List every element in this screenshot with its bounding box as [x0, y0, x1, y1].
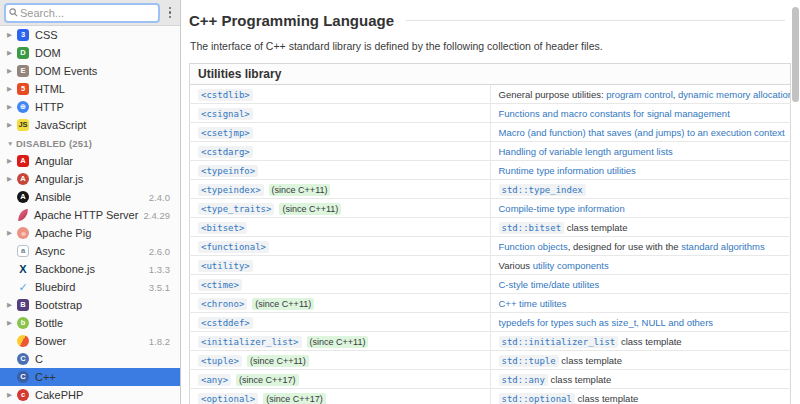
- sidebar-item-label: Backbone.js: [35, 263, 95, 275]
- description-link[interactable]: Compile-time type information: [499, 203, 625, 214]
- sidebar-item-backbone-js[interactable]: XBackbone.js1.3.3: [0, 260, 180, 278]
- expand-arrow-icon[interactable]: ▶: [5, 49, 16, 57]
- sidebar-item-angular-js[interactable]: ▶AAngular.js: [0, 170, 180, 188]
- header-file-cell: <ctime>: [190, 275, 491, 294]
- header-file-cell: <type_traits>(since C++11): [190, 199, 491, 218]
- bottle-icon: b: [17, 317, 29, 329]
- expand-arrow-icon[interactable]: ▶: [5, 391, 16, 399]
- sidebar-item-bootstrap[interactable]: ▶BBootstrap: [0, 296, 180, 314]
- expand-arrow-icon[interactable]: ▶: [5, 103, 16, 111]
- code-link[interactable]: <chrono>: [198, 298, 247, 310]
- sidebar-item-dom-events[interactable]: ▶EDOM Events: [0, 62, 180, 80]
- sidebar-item-label: C: [35, 353, 43, 365]
- sidebar-item-bottle[interactable]: ▶bBottle: [0, 314, 180, 332]
- expand-arrow-icon[interactable]: ▶: [5, 85, 16, 93]
- expand-arrow-icon[interactable]: ▶: [5, 67, 16, 75]
- description-link[interactable]: Runtime type information utilities: [499, 165, 636, 176]
- description-link[interactable]: dynamic memory allocation: [678, 89, 790, 100]
- header-file-cell: <cstddef>: [190, 313, 491, 332]
- description-cell: General purpose utilities: program contr…: [490, 85, 791, 104]
- description-cell: C++ time utilites: [490, 294, 791, 313]
- code-link[interactable]: <cstdarg>: [198, 146, 253, 158]
- sidebar-item-async[interactable]: aAsync2.6.0: [0, 242, 180, 260]
- table-row: <functional>Function objects, designed f…: [190, 237, 791, 256]
- code-link[interactable]: <optional>: [198, 393, 258, 404]
- code-link[interactable]: <typeindex>: [198, 184, 264, 196]
- search-input[interactable]: [20, 7, 155, 19]
- sidebar-item-html[interactable]: ▶5HTML: [0, 80, 180, 98]
- page-title: C++ Programming Language: [189, 12, 394, 29]
- code-link[interactable]: <csignal>: [198, 108, 253, 120]
- description-text: General purpose utilities:: [499, 89, 607, 100]
- sidebar-item-apache-pig[interactable]: ▶Apache Pig: [0, 224, 180, 242]
- code-link[interactable]: std::initializer_list: [499, 336, 619, 348]
- description-link[interactable]: Function objects: [499, 241, 568, 252]
- sidebar-item-label: HTML: [35, 83, 65, 95]
- description-link[interactable]: Handling of variable length argument lis…: [499, 146, 673, 157]
- kebab-menu-icon[interactable]: [164, 4, 176, 22]
- sidebar-item-javascript[interactable]: ▶JSJavaScript: [0, 116, 180, 134]
- expand-arrow-icon[interactable]: ▶: [5, 301, 16, 309]
- sidebar-item-cakephp[interactable]: ▶cCakePHP: [0, 386, 180, 404]
- code-link[interactable]: <type_traits>: [198, 203, 274, 215]
- expand-arrow-icon[interactable]: ▶: [5, 31, 16, 39]
- sidebar-item-bower[interactable]: Bower1.8.2: [0, 332, 180, 350]
- table-row: <initializer_list>(since C++11)std::init…: [190, 332, 791, 351]
- sidebar-item-dom[interactable]: ▶DDOM: [0, 44, 180, 62]
- sidebar-item-label: Bluebird: [35, 281, 75, 293]
- code-link[interactable]: <ctime>: [198, 279, 242, 291]
- code-link[interactable]: <cstdlib>: [198, 89, 253, 101]
- code-link[interactable]: <typeinfo>: [198, 165, 258, 177]
- bower-icon: [17, 335, 29, 347]
- table-row: <bitset>std::bitset class template: [190, 218, 791, 237]
- description-link[interactable]: Macro (and function) that saves (and jum…: [499, 127, 785, 138]
- description-link[interactable]: Functions and macro constants for signal…: [499, 108, 730, 119]
- code-link[interactable]: std::any: [499, 374, 548, 386]
- description-link[interactable]: standard algorithms: [681, 241, 764, 252]
- description-text: class template: [548, 374, 611, 385]
- code-link[interactable]: std::optional: [499, 393, 575, 404]
- collapse-arrow-icon[interactable]: ▼: [5, 140, 16, 147]
- expand-arrow-icon[interactable]: ▶: [5, 121, 16, 129]
- sidebar-item-http[interactable]: ▶⊕HTTP: [0, 98, 180, 116]
- sidebar-item-css[interactable]: ▶3CSS: [0, 26, 180, 44]
- header-file-cell: <optional>(since C++17): [190, 389, 491, 404]
- description-text: class template: [559, 355, 622, 366]
- code-link[interactable]: <utility>: [198, 260, 253, 272]
- search-box[interactable]: [4, 3, 160, 23]
- header-file-cell: <cstdlib>: [190, 85, 491, 104]
- intro-text: The interface of C++ standard library is…: [190, 40, 791, 52]
- code-link[interactable]: <tuple>: [198, 355, 242, 367]
- sidebar-item-angular[interactable]: ▶AAngular: [0, 152, 180, 170]
- description-link[interactable]: utility components: [533, 260, 609, 271]
- expand-arrow-icon[interactable]: ▶: [5, 319, 16, 327]
- sidebar-item-cpp[interactable]: CC++: [0, 368, 180, 386]
- sidebar-item-bluebird[interactable]: ✓Bluebird3.5.1: [0, 278, 180, 296]
- description-link[interactable]: typedefs for types such as size_t, NULL …: [499, 317, 714, 328]
- code-link[interactable]: <csetjmp>: [198, 127, 253, 139]
- sidebar-item-ansible[interactable]: AAnsible2.4.0: [0, 188, 180, 206]
- code-link[interactable]: <functional>: [198, 241, 269, 253]
- cpp-icon: C: [17, 371, 29, 383]
- code-link[interactable]: std::type_index: [499, 184, 586, 196]
- apache-pig-icon: [17, 227, 29, 239]
- header-file-cell: <bitset>: [190, 218, 491, 237]
- expand-arrow-icon[interactable]: ▶: [5, 175, 16, 183]
- description-link[interactable]: program control: [606, 89, 673, 100]
- header-file-cell: <typeinfo>: [190, 161, 491, 180]
- expand-arrow-icon[interactable]: ▶: [5, 229, 16, 237]
- sidebar-item-c[interactable]: CC: [0, 350, 180, 368]
- description-link[interactable]: C++ time utilites: [499, 298, 567, 309]
- sidebar-group-disabled-group[interactable]: ▼DISABLED (251): [0, 134, 180, 152]
- code-link[interactable]: <bitset>: [198, 222, 247, 234]
- code-link[interactable]: <cstddef>: [198, 317, 253, 329]
- sidebar-item-apache-http-server[interactable]: Apache HTTP Server2.4.29: [0, 206, 180, 224]
- expand-arrow-icon[interactable]: ▶: [5, 157, 16, 165]
- code-link[interactable]: <initializer_list>: [198, 336, 302, 348]
- code-link[interactable]: <any>: [198, 374, 231, 386]
- code-link[interactable]: std::tuple: [499, 355, 559, 367]
- description-link[interactable]: C-style time/date utilites: [499, 279, 600, 290]
- code-link[interactable]: std::bitset: [499, 222, 565, 234]
- version-badge: 2.6.0: [149, 246, 170, 257]
- scrollbar-thumb[interactable]: [792, 7, 799, 102]
